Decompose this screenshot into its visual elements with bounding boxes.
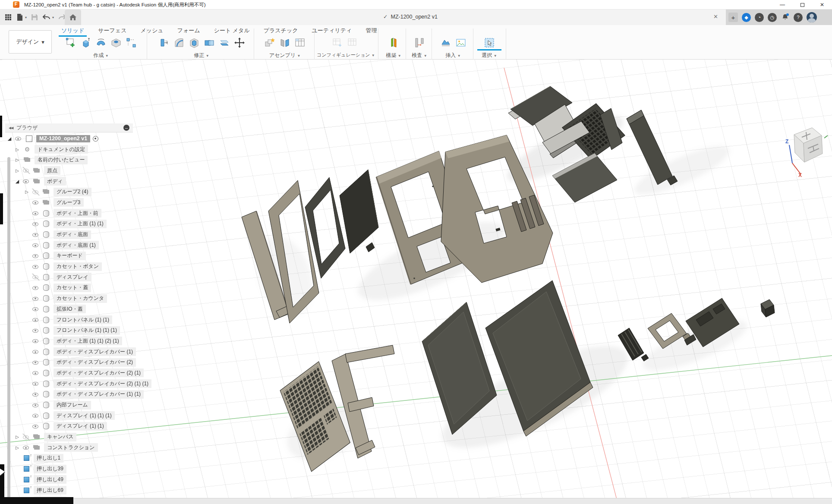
browser-tree-item[interactable]: 原点 — [5, 165, 186, 176]
hole-icon[interactable] — [110, 37, 122, 48]
browser-tree-item[interactable]: ボディ・底面 — [5, 229, 186, 240]
visibility-eye-icon[interactable] — [31, 306, 41, 312]
configuration-icon[interactable] — [332, 37, 343, 48]
close-button[interactable]: ✕ — [812, 0, 832, 9]
ribbon-tab[interactable]: サーフェス — [97, 26, 127, 35]
visibility-eye-icon[interactable] — [31, 252, 41, 259]
visibility-eye-icon[interactable] — [22, 434, 31, 441]
visibility-eye-icon[interactable] — [31, 327, 41, 334]
group-label-construct[interactable]: 構築 ▼ — [381, 52, 406, 59]
expand-arrow-icon[interactable] — [13, 435, 22, 439]
browser-tree-item[interactable]: カセット・蓋 — [5, 283, 186, 293]
visibility-eye-icon[interactable] — [31, 402, 41, 409]
visibility-eye-icon[interactable] — [31, 242, 41, 249]
help-icon[interactable]: ? — [794, 13, 803, 22]
item-label[interactable]: ボディ・ディスプレイカバー (2) — [54, 358, 136, 367]
group-label-inspect[interactable]: 検査 ▼ — [407, 52, 432, 59]
user-avatar[interactable] — [807, 12, 817, 22]
3d-viewport[interactable]: Z X ◀◀ ブラウザ – MZ-1200_open2 v1 — [0, 60, 832, 504]
browser-tree-item[interactable]: コンストラクション — [5, 442, 186, 453]
browser-tree-item[interactable]: ボディ・上面 (1) (1) (2) (1) — [5, 336, 186, 346]
item-label[interactable]: ドキュメントの設定 — [35, 145, 88, 154]
item-label[interactable]: ボディ・上面・前 — [54, 209, 101, 217]
timeline-strip[interactable] — [0, 498, 832, 504]
job-status-icon[interactable]: ◔ — [755, 13, 764, 22]
new-document-tab-button[interactable]: + — [728, 13, 738, 22]
item-label[interactable]: ボディ・底面 (1) — [54, 241, 99, 249]
visibility-eye-icon[interactable] — [31, 369, 41, 376]
item-label[interactable]: キーボード — [54, 252, 86, 260]
browser-tree-item[interactable]: ボディ — [5, 176, 186, 187]
expand-arrow-icon[interactable] — [13, 445, 22, 450]
browser-tree-item[interactable]: フロントパネル (1) (1) — [5, 315, 186, 325]
item-label[interactable]: 押し出し69 — [34, 486, 66, 495]
extrude-icon[interactable] — [80, 37, 91, 48]
browser-tree-item[interactable]: カセット・カウンタ — [5, 293, 186, 304]
item-label[interactable]: コンストラクション — [44, 443, 98, 452]
browser-tree-item[interactable]: ボディ・ディスプレイカバー (1) — [5, 346, 186, 357]
browser-tree-item[interactable]: グループ3 — [5, 197, 186, 208]
group-label-select[interactable]: 選択 ▼ — [475, 52, 504, 59]
pattern-icon[interactable] — [126, 37, 137, 48]
expand-arrow[interactable] — [5, 136, 14, 142]
visibility-eye-icon[interactable] — [22, 167, 31, 174]
document-tab[interactable]: ✓ MZ-1200_open2 v1 ✕ — [81, 9, 726, 25]
browser-tree-item[interactable]: 押し出し69 — [5, 485, 186, 496]
recent-activity-clock-icon[interactable]: ◷ — [768, 13, 777, 22]
item-label[interactable]: 名前の付いたビュー — [35, 156, 88, 164]
browser-tree-item[interactable]: ディスプレイ (1) (1) (1) — [5, 410, 186, 421]
group-label-modify[interactable]: 修正 ▼ — [150, 52, 253, 59]
measure-icon[interactable] — [414, 37, 425, 48]
group-label-create[interactable]: 作成 ▼ — [55, 52, 147, 59]
browser-tree-item[interactable]: 押し出し39 — [5, 463, 186, 474]
visibility-eye-icon[interactable] — [31, 284, 41, 291]
visibility-eye-icon[interactable] — [31, 231, 41, 238]
expand-arrow-icon[interactable] — [13, 168, 22, 173]
item-label[interactable]: フロントパネル (1) (1) (1) — [54, 326, 120, 335]
undo-dropdown[interactable]: ▾ — [52, 16, 54, 19]
new-component-icon[interactable] — [264, 37, 275, 48]
visibility-eye-icon[interactable] — [31, 220, 41, 227]
group-label-configure[interactable]: コンフィギュレーション ▼ — [317, 52, 373, 58]
browser-tree-item[interactable]: フロントパネル (1) (1) (1) — [5, 325, 186, 336]
visibility-eye-icon[interactable] — [31, 263, 41, 270]
browser-tree-item[interactable]: ボディ・上面・前 — [5, 208, 186, 219]
expand-arrow-icon[interactable] — [13, 179, 22, 184]
undo-icon[interactable] — [42, 14, 50, 21]
expand-arrow-icon[interactable] — [22, 189, 31, 194]
browser-panel-header[interactable]: ◀◀ ブラウザ – — [5, 123, 133, 132]
joint-icon[interactable] — [279, 37, 290, 48]
root-component-label[interactable]: MZ-1200_open2 v1 — [36, 135, 90, 142]
item-label[interactable]: ディスプレイ (1) (1) — [54, 422, 107, 431]
shell-icon[interactable] — [189, 37, 200, 48]
insert-canvas-icon[interactable] — [455, 37, 466, 48]
expand-arrow-icon[interactable] — [13, 158, 22, 162]
browser-tree-item[interactable]: 内部フレーム — [5, 400, 186, 410]
item-label[interactable]: ボディ・ディスプレイカバー (2) (1) (1) — [54, 379, 151, 388]
item-label[interactable]: 拡張IO・蓋 — [54, 305, 86, 313]
visibility-eye-icon[interactable] — [14, 135, 23, 142]
browser-tree-item[interactable]: キーボード — [5, 251, 186, 261]
item-label[interactable]: ボディ・上面 (1) (1) (2) (1) — [54, 337, 122, 345]
browser-tree-item[interactable]: ボディ・上面 (1) (1) — [5, 219, 186, 230]
item-label[interactable]: 内部フレーム — [54, 401, 91, 410]
visibility-eye-icon[interactable] — [31, 210, 41, 217]
item-label[interactable]: 押し出し1 — [34, 454, 63, 463]
item-label[interactable]: フロントパネル (1) (1) — [54, 315, 112, 324]
browser-tree-item[interactable]: カセット・ボタン — [5, 261, 186, 272]
visibility-eye-icon[interactable] — [31, 348, 41, 355]
file-menu-dropdown[interactable]: ▾ — [25, 16, 27, 19]
browser-tree-item[interactable]: ボディ・ディスプレイカバー (2) — [5, 357, 186, 368]
browser-tree-item[interactable]: ボディ・ディスプレイカバー (2) (1) (1) — [5, 378, 186, 389]
browser-tree-item[interactable]: 拡張IO・蓋 — [5, 304, 186, 315]
item-label[interactable]: ボディ・ディスプレイカバー (2) (1) — [54, 369, 144, 377]
visibility-eye-icon[interactable] — [31, 423, 41, 430]
insert-mesh-icon[interactable] — [440, 37, 451, 48]
browser-tree-item[interactable]: キャンバス — [5, 432, 186, 442]
notifications-bell-icon[interactable] — [781, 13, 790, 22]
revolve-icon[interactable] — [95, 37, 107, 48]
item-label[interactable]: ボディ・ディスプレイカバー (1) — [54, 347, 136, 356]
home-button[interactable] — [65, 9, 81, 25]
extensions-icon[interactable]: ◆ — [742, 13, 751, 22]
document-tab-close-icon[interactable]: ✕ — [713, 13, 718, 20]
